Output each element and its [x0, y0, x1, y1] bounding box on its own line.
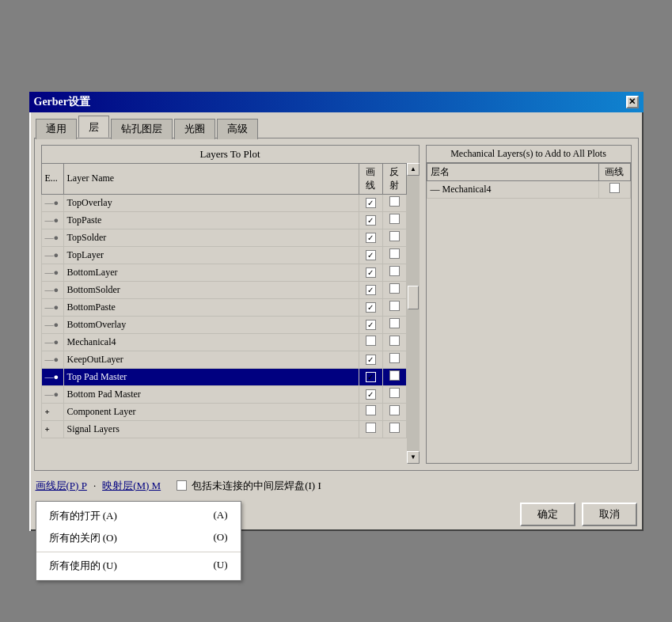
table-row[interactable]: —●TopSolder	[41, 229, 406, 246]
draw-check[interactable]	[366, 405, 376, 415]
draw-check[interactable]	[366, 336, 376, 346]
draw-check[interactable]	[366, 372, 376, 382]
draw-check[interactable]	[366, 302, 376, 313]
table-row[interactable]: —●BottomPaste	[41, 298, 406, 316]
table-row[interactable]: +Component Layer	[41, 403, 406, 420]
table-row[interactable]: —●TopOverlay	[41, 194, 406, 211]
draw-check[interactable]	[366, 215, 376, 226]
row-layer-name: BottomSolder	[63, 281, 359, 298]
table-row[interactable]: —●Top Pad Master	[41, 368, 406, 385]
row-draw-checkbox[interactable]	[359, 385, 382, 403]
table-row[interactable]: —●BottomOverlay	[41, 316, 406, 333]
ok-button[interactable]: 确定	[520, 503, 575, 526]
row-reflect-checkbox[interactable]	[382, 264, 406, 281]
row-reflect-checkbox[interactable]	[382, 229, 406, 246]
scroll-track[interactable]	[407, 176, 420, 451]
close-button[interactable]: ✕	[626, 96, 639, 108]
row-draw-checkbox[interactable]	[359, 229, 382, 246]
row-reflect-checkbox[interactable]	[382, 351, 406, 368]
row-reflect-checkbox[interactable]	[382, 420, 406, 438]
scroll-thumb[interactable]	[408, 286, 419, 309]
reflect-check[interactable]	[389, 214, 400, 224]
table-row[interactable]: —●Mechanical4	[41, 333, 406, 351]
draw-check[interactable]	[366, 267, 376, 278]
row-draw-checkbox[interactable]	[359, 333, 382, 351]
row-draw-checkbox[interactable]	[359, 281, 382, 298]
tab-drill[interactable]: 钻孔图层	[111, 119, 173, 139]
right-table-container: 层名 画线 — Mechanical4	[426, 162, 632, 464]
reflect-check[interactable]	[389, 301, 400, 311]
draw-check[interactable]	[366, 198, 376, 208]
draw-check[interactable]	[366, 285, 376, 295]
row-layer-name: TopPaste	[63, 211, 359, 229]
draw-check[interactable]	[366, 320, 376, 330]
reflect-check[interactable]	[389, 196, 400, 207]
right-row-draw-checkbox[interactable]	[598, 180, 630, 198]
row-draw-checkbox[interactable]	[359, 211, 382, 229]
row-draw-checkbox[interactable]	[359, 420, 382, 438]
row-reflect-checkbox[interactable]	[382, 368, 406, 385]
draw-check[interactable]	[366, 233, 376, 243]
reflect-check[interactable]	[389, 423, 400, 433]
row-draw-checkbox[interactable]	[359, 403, 382, 420]
scroll-down-btn[interactable]: ▼	[407, 451, 420, 464]
reflect-check[interactable]	[389, 318, 400, 328]
tab-general[interactable]: 通用	[36, 119, 77, 139]
left-scrollbar[interactable]: ▲ ▼	[407, 163, 420, 464]
reflect-check[interactable]	[389, 231, 400, 241]
reflect-check[interactable]	[389, 388, 400, 398]
reflect-check[interactable]	[389, 248, 400, 259]
reflect-check[interactable]	[389, 283, 400, 294]
table-row[interactable]: —●TopLayer	[41, 246, 406, 264]
tab-layers[interactable]: 层	[78, 116, 109, 138]
tab-advanced[interactable]: 高级	[217, 119, 258, 139]
reflect-check[interactable]	[389, 405, 400, 415]
row-draw-checkbox[interactable]	[359, 316, 382, 333]
row-reflect-checkbox[interactable]	[382, 246, 406, 264]
row-draw-checkbox[interactable]	[359, 351, 382, 368]
reflect-check[interactable]	[389, 370, 400, 381]
draw-layers-link[interactable]: 画线层(P) P	[36, 479, 87, 493]
row-draw-checkbox[interactable]	[359, 298, 382, 316]
row-reflect-checkbox[interactable]	[382, 298, 406, 316]
table-row[interactable]: —●BottomSolder	[41, 281, 406, 298]
mid-pad-label: 包括未连接的中间层焊盘(I) I	[192, 479, 321, 493]
row-expand-icon: +	[41, 403, 63, 420]
reflect-layers-link[interactable]: 映射层(M) M	[102, 479, 161, 493]
row-reflect-checkbox[interactable]	[382, 211, 406, 229]
right-draw-check[interactable]	[609, 183, 620, 193]
table-row[interactable]: —●TopPaste	[41, 211, 406, 229]
scroll-up-btn[interactable]: ▲	[407, 163, 420, 176]
cancel-button[interactable]: 取消	[582, 503, 637, 526]
dropdown-item[interactable]: 所有使用的 (U)(U)	[36, 555, 241, 577]
row-draw-checkbox[interactable]	[359, 194, 382, 211]
table-row[interactable]: —●KeepOutLayer	[41, 351, 406, 368]
row-draw-checkbox[interactable]	[359, 246, 382, 264]
row-reflect-checkbox[interactable]	[382, 316, 406, 333]
dropdown-item[interactable]: 所有的关闭 (O)(O)	[36, 527, 241, 549]
row-draw-checkbox[interactable]	[359, 264, 382, 281]
tab-aperture[interactable]: 光圈	[174, 119, 215, 139]
row-layer-name: Top Pad Master	[63, 368, 359, 385]
reflect-check[interactable]	[389, 336, 400, 346]
row-reflect-checkbox[interactable]	[382, 403, 406, 420]
row-reflect-checkbox[interactable]	[382, 333, 406, 351]
dropdown-item[interactable]: 所有的打开 (A)(A)	[36, 505, 241, 527]
table-row[interactable]: —●Bottom Pad Master	[41, 385, 406, 403]
row-expand-icon: +	[41, 420, 63, 438]
right-panel: Mechanical Layers(s) to Add to All Plots…	[426, 145, 632, 464]
draw-check[interactable]	[366, 423, 376, 433]
row-reflect-checkbox[interactable]	[382, 194, 406, 211]
reflect-check[interactable]	[389, 353, 400, 363]
row-reflect-checkbox[interactable]	[382, 281, 406, 298]
mid-pad-checkbox[interactable]	[177, 480, 187, 491]
table-row[interactable]: +Signal Layers	[41, 420, 406, 438]
draw-check[interactable]	[366, 355, 376, 365]
row-reflect-checkbox[interactable]	[382, 385, 406, 403]
draw-check[interactable]	[366, 250, 376, 260]
reflect-check[interactable]	[389, 266, 400, 276]
table-row[interactable]: —●BottomLayer	[41, 264, 406, 281]
row-draw-checkbox[interactable]	[359, 368, 382, 385]
table-row[interactable]: — Mechanical4	[427, 180, 630, 198]
draw-check[interactable]	[366, 389, 376, 400]
